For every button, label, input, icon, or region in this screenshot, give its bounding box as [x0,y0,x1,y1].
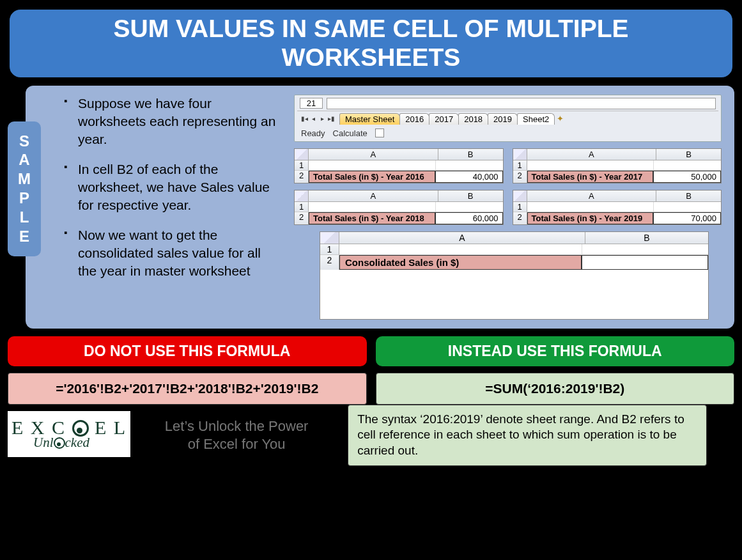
sheet-tab: Sheet2 [517,113,555,125]
worksheet-tabs-screenshot: 21 ▮◂ ◂ ▸ ▸▮ Master Sheet 2016 2017 2018… [294,95,722,142]
sheet-tab: 2016 [399,113,429,125]
bad-formula: ='2016'!B2+'2017'!B2+'2018'!B2+'2019'!B2 [8,373,367,405]
bullet-item: Now we want to get the consolidated sale… [64,226,281,281]
mini-grid-2017: AB 1 2Total Sales (in $) - Year 201750,0… [513,148,722,183]
sheet-tab: Master Sheet [339,113,400,125]
bullet-list: Suppose we have four worksheets each rep… [64,95,281,320]
mini-grid-2016: AB 1 2Total Sales (in $) - Year 201640,0… [294,148,504,183]
page-title: SUM VALUES IN SAME CELL OF MULTIPLE WORK… [8,8,734,79]
new-sheet-icon: ✦ [557,114,564,123]
bullet-item: In cell B2 of each of the worksheet, we … [64,160,281,215]
sheet-tab: 2018 [458,113,488,125]
mini-grid-2019: AB 1 2Total Sales (in $) - Year 201970,0… [513,190,722,225]
nav-prev-icon: ◂ [309,115,318,122]
formula-comparison: DO NOT USE THIS FORMULA ='2016'!B2+'2017… [8,336,734,405]
nav-next-icon: ▸ [318,115,327,122]
tagline: Let’s Unlock the Power of Excel for You [134,411,339,460]
row-number-box: 21 [300,98,323,109]
syntax-note: The syntax ‘2016:2019’ denote sheet rang… [348,405,707,466]
mini-grid-2018: AB 1 2Total Sales (in $) - Year 201860,0… [294,190,504,225]
sheet-tab: 2019 [488,113,518,125]
do-not-use-header: DO NOT USE THIS FORMULA [8,336,367,366]
sample-vertical-label: S A M P L E [8,121,41,257]
nav-first-icon: ▮◂ [300,115,309,122]
sheet-tab: 2017 [429,113,459,125]
sheet-nav-buttons: ▮◂ ◂ ▸ ▸▮ [300,115,336,122]
sample-section: S A M P L E Suppose we have four workshe… [8,86,734,329]
screenshots-column: 21 ▮◂ ◂ ▸ ▸▮ Master Sheet 2016 2017 2018… [294,95,722,320]
status-calculate: Calculate [333,128,367,138]
good-formula: =SUM(‘2016:2019'!B2) [376,373,735,405]
nav-last-icon: ▸▮ [327,115,336,122]
bullet-item: Suppose we have four worksheets each rep… [64,95,281,149]
formula-bar [327,98,716,109]
instead-use-header: INSTEAD USE THIS FORMULA [376,336,735,366]
macro-record-icon [375,128,384,137]
excel-unlocked-logo: E X C E L Unlcked [8,411,130,457]
sample-body: Suppose we have four worksheets each rep… [26,86,734,329]
status-ready: Ready [301,128,325,138]
magnifier-icon [72,420,89,437]
footer: E X C E L Unlcked Let’s Unlock the Power… [8,411,339,460]
consolidated-grid: AB 1 2Consolidated Sales (in $) [320,231,709,320]
